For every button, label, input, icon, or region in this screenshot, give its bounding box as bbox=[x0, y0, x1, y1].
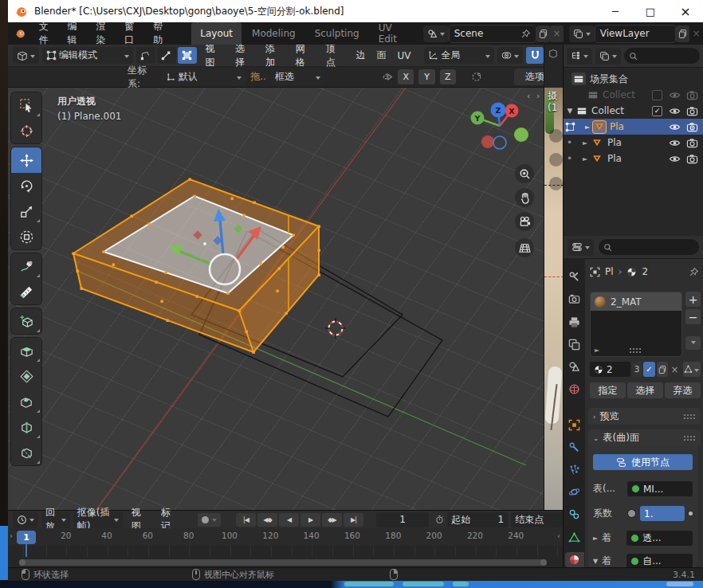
viewlayer-new-copy-button[interactable] bbox=[676, 25, 689, 42]
outliner-row-collection-excluded[interactable]: Collect bbox=[564, 87, 703, 103]
menu-item[interactable]: 窗口 bbox=[116, 22, 145, 45]
tab-world[interactable] bbox=[565, 382, 584, 397]
assign-button[interactable]: 指定 bbox=[590, 382, 626, 398]
outliner-row-plane-active[interactable]: ► Pla bbox=[564, 119, 703, 135]
use-nodes-button[interactable]: 使用节点 bbox=[593, 454, 693, 470]
properties-search-input[interactable] bbox=[599, 239, 699, 255]
timeline-ruler[interactable]: 20406080100120140160180200220240 bbox=[8, 528, 563, 546]
add-slot-button[interactable]: + bbox=[685, 292, 701, 307]
close-button[interactable]: × bbox=[668, 0, 703, 22]
tab-object-data[interactable] bbox=[565, 530, 584, 545]
playhead-badge[interactable]: 1 bbox=[17, 531, 36, 544]
edge-select-button[interactable] bbox=[157, 47, 176, 64]
transport-button[interactable]: ◆▶ bbox=[322, 513, 342, 527]
blender-menu-icon[interactable] bbox=[14, 26, 26, 41]
tweak-select-tool[interactable] bbox=[11, 92, 41, 118]
viewlayer-delete-button[interactable]: × bbox=[689, 25, 703, 42]
node-link-dropdown[interactable] bbox=[683, 362, 701, 377]
strip-camera-button[interactable] bbox=[549, 177, 563, 190]
viewport-menu-item[interactable]: 视图 bbox=[200, 42, 230, 69]
proportional-edit-icon[interactable] bbox=[471, 71, 482, 83]
hide-eye-icon[interactable] bbox=[669, 121, 681, 133]
surface-shader-dropdown[interactable]: MI... bbox=[627, 481, 693, 496]
select-button[interactable]: 选择 bbox=[627, 382, 663, 398]
breadcrumb-material[interactable]: 2 bbox=[642, 266, 648, 277]
scene-type-dropdown[interactable] bbox=[423, 25, 449, 42]
region-toggle-arrow[interactable]: ‹ bbox=[557, 531, 560, 540]
shader2-dropdown[interactable]: 自... bbox=[626, 554, 693, 567]
maximize-button[interactable]: □ bbox=[633, 0, 668, 22]
menu-item[interactable]: 渲染 bbox=[88, 22, 116, 45]
users-count-badge[interactable]: 3 bbox=[632, 362, 642, 377]
record-icon[interactable] bbox=[202, 516, 209, 523]
frame-start-field[interactable]: 起始 1 bbox=[447, 512, 508, 527]
viewport-menu-item[interactable]: 网格 bbox=[290, 42, 320, 69]
unlink-material-button[interactable]: × bbox=[670, 362, 680, 377]
annotate-tool[interactable] bbox=[11, 253, 41, 279]
viewport-menu-item[interactable]: 面 bbox=[371, 49, 391, 62]
transport-button[interactable]: ◀◆ bbox=[257, 513, 277, 527]
list-resize-grip[interactable] bbox=[629, 347, 642, 353]
material-slot-list[interactable]: 2_MAT ► bbox=[590, 292, 682, 357]
select-mode-dropdown[interactable]: 框选 bbox=[271, 69, 324, 85]
mirror-z-button[interactable]: Z bbox=[440, 69, 456, 84]
slot-specials-button[interactable] bbox=[685, 336, 701, 350]
pin-icon[interactable] bbox=[689, 267, 699, 277]
new-material-button[interactable] bbox=[657, 362, 668, 377]
viewlayer-type-dropdown[interactable] bbox=[569, 25, 595, 42]
move-tool[interactable] bbox=[11, 147, 41, 173]
tab-material[interactable] bbox=[565, 552, 584, 567]
outliner-filter-dropdown[interactable] bbox=[595, 48, 621, 65]
tab-modifiers[interactable] bbox=[565, 440, 584, 455]
mirror-icon[interactable] bbox=[382, 71, 393, 83]
factor-value-field[interactable]: 1. bbox=[640, 506, 685, 521]
disable-render-camera-icon[interactable] bbox=[686, 121, 698, 133]
mode-dropdown[interactable]: 编辑模式 bbox=[42, 47, 133, 64]
hide-eye-icon[interactable] bbox=[669, 153, 681, 165]
scene-new-copy-button[interactable] bbox=[536, 25, 550, 42]
minimize-button[interactable]: ─ bbox=[598, 0, 633, 22]
exclude-checkbox[interactable] bbox=[652, 90, 662, 100]
camera-view-button[interactable] bbox=[515, 212, 534, 231]
viewport-menu-item[interactable]: 选择 bbox=[230, 42, 260, 69]
transport-button[interactable]: ▶| bbox=[344, 513, 363, 527]
measure-tool[interactable] bbox=[11, 279, 41, 304]
frame-end-field[interactable]: 结束点 bbox=[511, 512, 563, 527]
expand-arrow[interactable]: ► bbox=[593, 535, 598, 542]
shader1-dropdown[interactable]: 透... bbox=[626, 531, 693, 546]
zoom-button[interactable] bbox=[515, 164, 534, 183]
disable-render-camera-icon[interactable] bbox=[686, 89, 698, 101]
tab-object[interactable] bbox=[565, 417, 584, 432]
hide-eye-icon[interactable] bbox=[669, 105, 681, 117]
menu-item[interactable]: 文件 bbox=[31, 22, 60, 45]
outliner-search-input[interactable] bbox=[624, 48, 700, 64]
playhead-line[interactable] bbox=[26, 544, 27, 557]
strip-zoom-button[interactable] bbox=[549, 129, 563, 143]
transport-button[interactable]: ◀ bbox=[279, 513, 299, 527]
transport-button[interactable]: |◀ bbox=[236, 513, 256, 527]
playback-menu[interactable]: 回放 bbox=[41, 512, 70, 528]
viewlayer-name-field[interactable]: ViewLayer bbox=[595, 25, 676, 43]
tab-physics[interactable] bbox=[565, 484, 584, 500]
breadcrumb-object[interactable]: Pl bbox=[605, 266, 614, 277]
tab-render[interactable] bbox=[565, 292, 584, 307]
extrude-region-tool[interactable] bbox=[11, 338, 41, 363]
face-select-button[interactable] bbox=[178, 47, 197, 64]
disable-render-camera-icon[interactable] bbox=[686, 105, 698, 117]
material-id-field[interactable]: 2 bbox=[590, 362, 630, 377]
add-cube-tool[interactable] bbox=[11, 308, 41, 334]
outliner-row-collection[interactable]: ▼ Collect ✓ bbox=[564, 103, 703, 119]
chevron-down-icon[interactable] bbox=[212, 519, 217, 524]
vertex-select-button[interactable] bbox=[136, 47, 155, 64]
mesh-object[interactable] bbox=[73, 178, 320, 354]
knife-tool[interactable] bbox=[11, 440, 41, 465]
transform-tool[interactable] bbox=[11, 224, 41, 249]
disable-render-camera-icon[interactable] bbox=[686, 137, 698, 149]
nav-ball-neg-x[interactable] bbox=[481, 135, 494, 148]
preview-panel-header[interactable]: › 预览 bbox=[588, 408, 701, 425]
pin-icon[interactable] bbox=[520, 29, 531, 39]
snap-toggle-button[interactable] bbox=[526, 47, 544, 64]
loop-cut-tool[interactable] bbox=[11, 414, 41, 440]
strip-pan-button[interactable] bbox=[549, 153, 563, 167]
region-toggle-arrow[interactable]: › bbox=[10, 531, 13, 540]
